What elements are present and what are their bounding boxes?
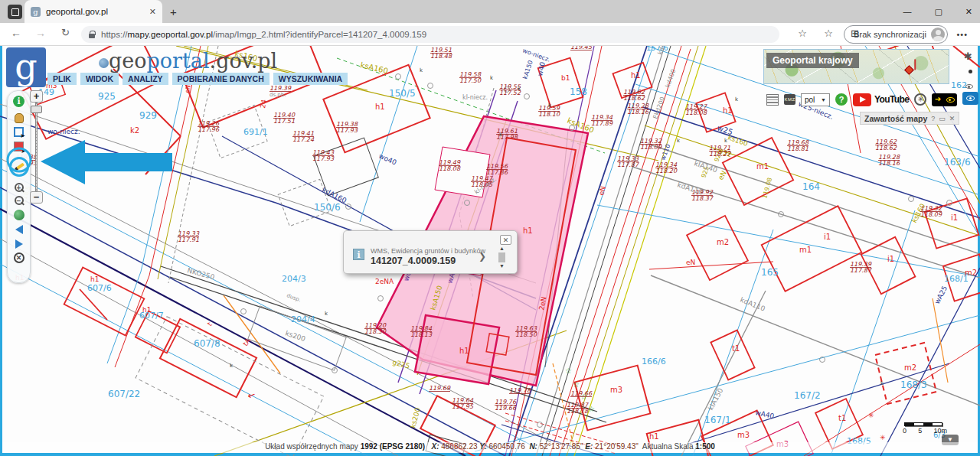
map-label: 204/3 — [282, 274, 306, 284]
dot-icon — [969, 70, 972, 73]
map-label: 118.10 — [538, 111, 560, 118]
zoom-in-button[interactable]: + — [30, 90, 43, 103]
popup-next-icon[interactable]: ❯ — [479, 251, 486, 262]
map-line — [224, 295, 280, 373]
map-label: 117.89 — [591, 120, 613, 127]
zoom-in-tool-icon[interactable]: + — [15, 183, 24, 192]
menu-item-plik[interactable]: PLIK — [47, 73, 77, 85]
full-extent-tool-icon[interactable] — [14, 210, 24, 220]
map-node — [241, 309, 247, 314]
map-toolbar: i + − ✕ — [7, 90, 31, 283]
browser-menu-icon[interactable]: ••• — [956, 30, 968, 39]
pencil-icon — [15, 163, 24, 171]
map-line — [0, 264, 368, 456]
map-label: k — [490, 75, 494, 81]
menu-item-analizy[interactable]: ANALIZY — [122, 73, 168, 85]
tab-title: geoportal.gov.pl — [46, 7, 144, 16]
next-view-icon[interactable] — [15, 239, 23, 249]
contrast-mode-button[interactable]: ➜ — [932, 93, 957, 106]
map-label: wA40 — [755, 409, 776, 420]
tab-close-icon[interactable]: ✕ — [149, 7, 156, 17]
map-label: 118.30 — [364, 328, 387, 335]
youtube-button[interactable]: YouTube — [853, 93, 909, 106]
measure-tool-highlight[interactable] — [9, 157, 29, 177]
menu-item-pobieranie-danych[interactable]: POBIERANIE DANYCH — [172, 73, 270, 85]
menu-item-widok[interactable]: WIDOK — [80, 73, 119, 85]
window-maximize-button[interactable]: ▢ — [934, 7, 942, 17]
panel-close-icon[interactable]: ✕ — [949, 115, 956, 122]
menu-item-wyszukiwania[interactable]: WYSZUKIWANIA — [273, 73, 348, 85]
window-close-button[interactable]: ✕ — [965, 7, 972, 17]
window-minimize-button[interactable]: — — [903, 7, 911, 16]
info-tool-icon[interactable]: i — [13, 96, 24, 107]
browser-forward-button[interactable]: → — [35, 27, 46, 39]
zoom-slider-track[interactable] — [35, 103, 38, 191]
youtube-play-icon — [853, 93, 871, 106]
avatar — [931, 28, 945, 41]
map-building-outline — [64, 268, 145, 336]
favorite-star-icon[interactable]: ☆ — [798, 28, 807, 39]
map-label: m2 — [717, 238, 729, 246]
gear-icon[interactable]: ✱ — [964, 50, 972, 62]
map-label: 164 — [802, 181, 820, 192]
sync-status-button[interactable]: Brak synchronizacji — [844, 25, 948, 44]
map-line — [80, 289, 107, 320]
clear-tool-icon[interactable]: ✕ — [14, 252, 24, 263]
zoom-out-tool-icon[interactable]: − — [15, 196, 24, 205]
map-label: eN — [184, 84, 192, 93]
map-label: h1 — [90, 275, 99, 283]
kmz-icon[interactable]: KMZ — [784, 94, 795, 105]
eye-icon-small[interactable] — [965, 84, 973, 89]
map-line — [107, 272, 141, 363]
settings-wheel-icon[interactable]: ✳ — [914, 93, 926, 106]
map-label: eN — [597, 185, 607, 196]
legend-icon[interactable] — [766, 94, 779, 106]
map-content-panel-header[interactable]: Zawartość mapy ? ▭ ✕ — [860, 112, 959, 125]
url-bar[interactable]: https://mapy.geoportal.gov.pl/imap/Imgp_… — [81, 26, 779, 43]
map-label: i1 — [951, 213, 958, 222]
map-node — [524, 94, 530, 99]
previous-view-icon[interactable] — [15, 225, 23, 234]
tab-actions-icon[interactable] — [8, 5, 22, 19]
popup-close-button[interactable]: ✕ — [500, 235, 511, 245]
map-label: i1 — [824, 233, 831, 241]
map-label: m2 — [904, 363, 916, 372]
zoom-slider-handle[interactable] — [31, 106, 42, 113]
new-tab-button[interactable]: + — [170, 5, 177, 18]
map-label: wo-niecz. — [47, 128, 80, 135]
url-text: https://mapy.geoportal.gov.pl/imap/Imgp_… — [101, 30, 426, 39]
overview-minimap[interactable]: Geoportal krajowy — [763, 49, 949, 84]
browser-back-button[interactable]: ← — [11, 27, 21, 39]
map-label: 118.37 — [691, 195, 714, 202]
pan-tool-icon[interactable] — [15, 113, 24, 123]
map-label: 166/6 — [642, 357, 666, 366]
map-label: ks200 — [409, 407, 422, 429]
map-label: h1 — [523, 226, 533, 235]
help-icon[interactable]: ? — [835, 93, 848, 106]
browser-reload-button[interactable]: ↻ — [61, 27, 70, 38]
map-building-outline — [723, 138, 793, 205]
geoportal-logo[interactable]: g — [6, 47, 46, 87]
zoom-out-button[interactable]: − — [30, 191, 43, 204]
map-label: wA25 — [933, 285, 949, 305]
map-node — [537, 422, 543, 428]
map-label: 607/22 — [108, 389, 140, 399]
language-select[interactable]: pol▼ — [801, 93, 830, 106]
map-node — [378, 296, 384, 301]
panel-window-icon[interactable]: ▭ — [939, 115, 946, 122]
map-label: 150/6 — [314, 202, 341, 213]
select-area-tool-icon[interactable] — [14, 127, 24, 137]
visibility-button[interactable] — [962, 92, 978, 105]
map-canvas[interactable]: 150/5150/6158929925149607/6607/7607/8607… — [0, 46, 980, 456]
map-statusbar: Układ współrzędnych mapy 1992 (EPSG 2180… — [2, 442, 978, 453]
browser-tab[interactable]: g geoportal.gov.pl ✕ — [24, 0, 162, 23]
map-label: 167/2 — [794, 390, 821, 401]
panel-help-icon[interactable]: ? — [931, 115, 935, 122]
favorites-bar-icon[interactable]: ☆ — [824, 28, 833, 39]
popup-scroll-thumb[interactable] — [498, 252, 505, 262]
popup-layer-name: WMS, Ewidencja gruntów i budynków — [371, 247, 485, 255]
popup-scrollbar[interactable]: ▲ ▼ — [498, 246, 506, 272]
identify-tool-icon[interactable] — [14, 142, 24, 151]
map-label: k — [420, 67, 423, 73]
map-label: 118.81 — [787, 145, 808, 152]
